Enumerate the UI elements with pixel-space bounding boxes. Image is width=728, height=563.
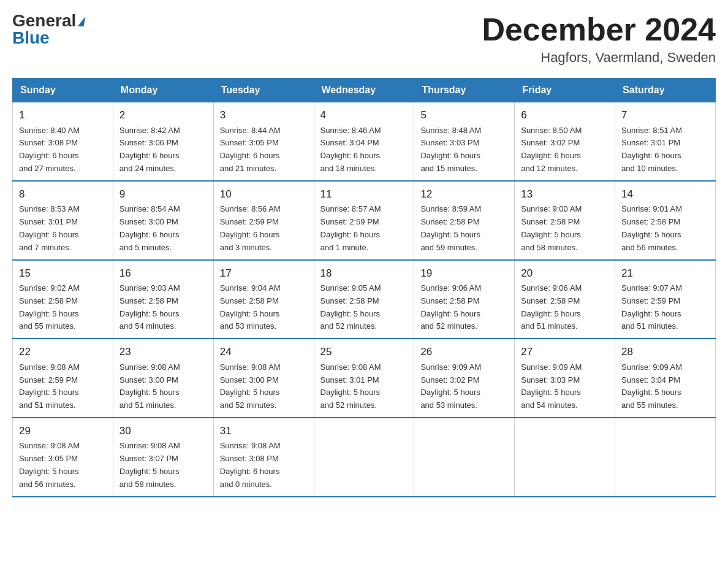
calendar-week-row: 8Sunrise: 8:53 AMSunset: 3:01 PMDaylight… bbox=[13, 181, 716, 260]
day-info: Sunrise: 9:09 AMSunset: 3:04 PMDaylight:… bbox=[621, 361, 709, 412]
day-info: Sunrise: 9:05 AMSunset: 2:58 PMDaylight:… bbox=[320, 282, 408, 333]
day-number: 11 bbox=[320, 186, 408, 202]
day-number: 15 bbox=[19, 266, 107, 282]
calendar-cell: 28Sunrise: 9:09 AMSunset: 3:04 PMDayligh… bbox=[615, 339, 716, 418]
calendar-cell: 25Sunrise: 9:08 AMSunset: 3:01 PMDayligh… bbox=[314, 339, 414, 418]
header-wednesday: Wednesday bbox=[314, 79, 414, 102]
day-info: Sunrise: 9:06 AMSunset: 2:58 PMDaylight:… bbox=[521, 282, 609, 333]
day-info: Sunrise: 8:53 AMSunset: 3:01 PMDaylight:… bbox=[19, 203, 107, 254]
day-number: 2 bbox=[119, 107, 207, 123]
day-info: Sunrise: 9:06 AMSunset: 2:58 PMDaylight:… bbox=[420, 282, 508, 333]
day-number: 9 bbox=[119, 186, 207, 202]
day-info: Sunrise: 8:42 AMSunset: 3:06 PMDaylight:… bbox=[119, 124, 207, 175]
day-number: 31 bbox=[220, 423, 308, 439]
day-number: 13 bbox=[521, 186, 609, 202]
calendar-cell bbox=[515, 418, 615, 497]
calendar-week-row: 22Sunrise: 9:08 AMSunset: 2:59 PMDayligh… bbox=[13, 339, 716, 418]
day-info: Sunrise: 9:08 AMSunset: 2:59 PMDaylight:… bbox=[19, 361, 107, 412]
day-info: Sunrise: 9:08 AMSunset: 3:05 PMDaylight:… bbox=[19, 440, 107, 491]
calendar-cell: 19Sunrise: 9:06 AMSunset: 2:58 PMDayligh… bbox=[414, 260, 515, 339]
day-number: 24 bbox=[220, 344, 308, 360]
header-monday: Monday bbox=[113, 79, 213, 102]
day-number: 7 bbox=[621, 107, 709, 123]
day-number: 14 bbox=[621, 186, 709, 202]
calendar-week-row: 1Sunrise: 8:40 AMSunset: 3:08 PMDaylight… bbox=[13, 102, 716, 181]
page-header: General Blue December 2024 Hagfors, Vaer… bbox=[12, 12, 716, 66]
location-title: Hagfors, Vaermland, Sweden bbox=[482, 50, 716, 66]
day-info: Sunrise: 9:03 AMSunset: 2:58 PMDaylight:… bbox=[119, 282, 207, 333]
day-info: Sunrise: 8:48 AMSunset: 3:03 PMDaylight:… bbox=[420, 124, 508, 175]
day-info: Sunrise: 9:04 AMSunset: 2:58 PMDaylight:… bbox=[220, 282, 308, 333]
day-number: 29 bbox=[19, 423, 107, 439]
day-info: Sunrise: 8:56 AMSunset: 2:59 PMDaylight:… bbox=[220, 203, 308, 254]
day-info: Sunrise: 8:54 AMSunset: 3:00 PMDaylight:… bbox=[119, 203, 207, 254]
calendar-cell: 2Sunrise: 8:42 AMSunset: 3:06 PMDaylight… bbox=[113, 102, 213, 181]
calendar-cell bbox=[615, 418, 716, 497]
day-info: Sunrise: 9:00 AMSunset: 2:58 PMDaylight:… bbox=[521, 203, 609, 254]
calendar-cell: 22Sunrise: 9:08 AMSunset: 2:59 PMDayligh… bbox=[13, 339, 113, 418]
day-info: Sunrise: 9:02 AMSunset: 2:58 PMDaylight:… bbox=[19, 282, 107, 333]
calendar-cell: 21Sunrise: 9:07 AMSunset: 2:59 PMDayligh… bbox=[615, 260, 716, 339]
calendar-cell: 16Sunrise: 9:03 AMSunset: 2:58 PMDayligh… bbox=[113, 260, 213, 339]
calendar-week-row: 29Sunrise: 9:08 AMSunset: 3:05 PMDayligh… bbox=[13, 418, 716, 497]
day-number: 5 bbox=[420, 107, 508, 123]
calendar-cell: 9Sunrise: 8:54 AMSunset: 3:00 PMDaylight… bbox=[113, 181, 213, 260]
calendar-cell: 27Sunrise: 9:09 AMSunset: 3:03 PMDayligh… bbox=[515, 339, 615, 418]
header-tuesday: Tuesday bbox=[213, 79, 314, 102]
day-info: Sunrise: 8:57 AMSunset: 2:59 PMDaylight:… bbox=[320, 203, 408, 254]
month-title: December 2024 bbox=[482, 12, 716, 47]
day-number: 21 bbox=[621, 266, 709, 282]
day-number: 22 bbox=[19, 344, 107, 360]
day-info: Sunrise: 9:01 AMSunset: 2:58 PMDaylight:… bbox=[621, 203, 709, 254]
calendar-cell: 8Sunrise: 8:53 AMSunset: 3:01 PMDaylight… bbox=[13, 181, 113, 260]
calendar-cell: 6Sunrise: 8:50 AMSunset: 3:02 PMDaylight… bbox=[515, 102, 615, 181]
day-number: 23 bbox=[119, 344, 207, 360]
day-number: 26 bbox=[420, 344, 508, 360]
day-info: Sunrise: 9:08 AMSunset: 3:07 PMDaylight:… bbox=[119, 440, 207, 491]
calendar-cell: 24Sunrise: 9:08 AMSunset: 3:00 PMDayligh… bbox=[213, 339, 314, 418]
header-sunday: Sunday bbox=[13, 79, 113, 102]
logo: General Blue bbox=[12, 12, 85, 47]
calendar-cell: 26Sunrise: 9:09 AMSunset: 3:02 PMDayligh… bbox=[414, 339, 515, 418]
calendar-cell: 17Sunrise: 9:04 AMSunset: 2:58 PMDayligh… bbox=[213, 260, 314, 339]
day-info: Sunrise: 8:44 AMSunset: 3:05 PMDaylight:… bbox=[220, 124, 308, 175]
day-info: Sunrise: 9:09 AMSunset: 3:03 PMDaylight:… bbox=[521, 361, 609, 412]
calendar-cell bbox=[414, 418, 515, 497]
day-number: 16 bbox=[119, 266, 207, 282]
day-number: 3 bbox=[220, 107, 308, 123]
day-number: 1 bbox=[19, 107, 107, 123]
calendar-week-row: 15Sunrise: 9:02 AMSunset: 2:58 PMDayligh… bbox=[13, 260, 716, 339]
logo-blue-text: Blue bbox=[12, 29, 50, 47]
day-number: 17 bbox=[220, 266, 308, 282]
day-number: 4 bbox=[320, 107, 408, 123]
day-number: 30 bbox=[119, 423, 207, 439]
day-number: 8 bbox=[19, 186, 107, 202]
day-number: 12 bbox=[420, 186, 508, 202]
calendar-header-row: SundayMondayTuesdayWednesdayThursdayFrid… bbox=[13, 79, 716, 102]
day-number: 20 bbox=[521, 266, 609, 282]
calendar-cell: 7Sunrise: 8:51 AMSunset: 3:01 PMDaylight… bbox=[615, 102, 716, 181]
day-number: 18 bbox=[320, 266, 408, 282]
day-number: 25 bbox=[320, 344, 408, 360]
calendar-cell: 14Sunrise: 9:01 AMSunset: 2:58 PMDayligh… bbox=[615, 181, 716, 260]
calendar-cell: 30Sunrise: 9:08 AMSunset: 3:07 PMDayligh… bbox=[113, 418, 213, 497]
day-number: 19 bbox=[420, 266, 508, 282]
day-info: Sunrise: 8:50 AMSunset: 3:02 PMDaylight:… bbox=[521, 124, 609, 175]
day-number: 6 bbox=[521, 107, 609, 123]
calendar-cell bbox=[314, 418, 414, 497]
day-number: 28 bbox=[621, 344, 709, 360]
calendar-cell: 12Sunrise: 8:59 AMSunset: 2:58 PMDayligh… bbox=[414, 181, 515, 260]
day-info: Sunrise: 9:08 AMSunset: 3:08 PMDaylight:… bbox=[220, 440, 308, 491]
logo-general-text: General bbox=[12, 12, 76, 29]
day-info: Sunrise: 9:08 AMSunset: 3:01 PMDaylight:… bbox=[320, 361, 408, 412]
header-friday: Friday bbox=[515, 79, 615, 102]
day-info: Sunrise: 9:07 AMSunset: 2:59 PMDaylight:… bbox=[621, 282, 709, 333]
calendar-cell: 11Sunrise: 8:57 AMSunset: 2:59 PMDayligh… bbox=[314, 181, 414, 260]
calendar-cell: 29Sunrise: 9:08 AMSunset: 3:05 PMDayligh… bbox=[13, 418, 113, 497]
calendar-cell: 20Sunrise: 9:06 AMSunset: 2:58 PMDayligh… bbox=[515, 260, 615, 339]
calendar-cell: 31Sunrise: 9:08 AMSunset: 3:08 PMDayligh… bbox=[213, 418, 314, 497]
day-number: 10 bbox=[220, 186, 308, 202]
calendar-cell: 15Sunrise: 9:02 AMSunset: 2:58 PMDayligh… bbox=[13, 260, 113, 339]
day-info: Sunrise: 9:08 AMSunset: 3:00 PMDaylight:… bbox=[220, 361, 308, 412]
day-info: Sunrise: 9:08 AMSunset: 3:00 PMDaylight:… bbox=[119, 361, 207, 412]
